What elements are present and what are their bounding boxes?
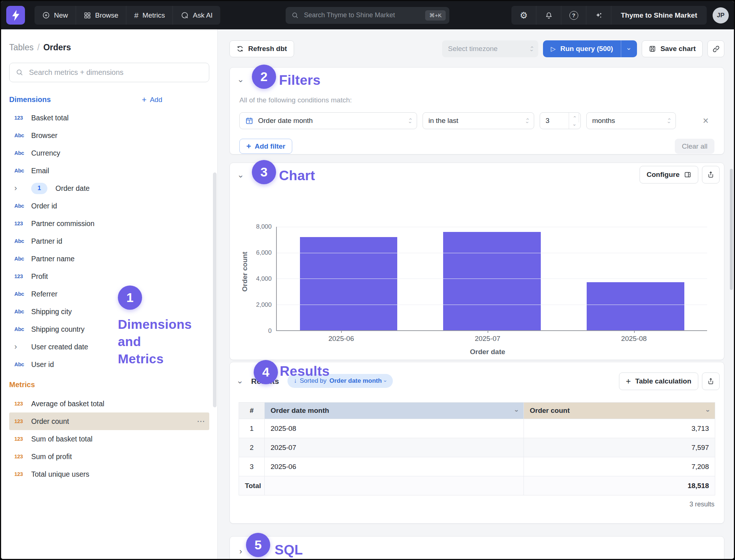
help-button[interactable]: ? (561, 6, 586, 25)
fields-search-input[interactable] (28, 68, 203, 77)
bar-2025-06[interactable] (300, 237, 398, 330)
cell-metric[interactable]: 7,597 (524, 438, 715, 457)
annotation-5-circle: 5 (246, 533, 270, 557)
bar-2025-07[interactable] (443, 232, 541, 330)
metrics-title: Metrics (9, 381, 209, 389)
value-stepper[interactable]: ›› (569, 113, 580, 129)
notifications-button[interactable] (536, 6, 561, 25)
metrics-button[interactable]: # Metrics (126, 6, 173, 25)
hash-icon: # (134, 11, 138, 20)
chevron-right-icon[interactable]: › (14, 184, 31, 192)
ask-ai-button[interactable]: Ask AI (173, 6, 220, 25)
column-header-dimension[interactable]: Order date month› (265, 403, 524, 419)
bell-icon (545, 11, 553, 19)
remove-filter-button[interactable]: × (703, 116, 709, 126)
main-scrollbar[interactable] (730, 169, 733, 290)
x-axis-ticks: 2025-062025-072025-08 (268, 335, 707, 343)
annotation-5-label: SQL (275, 542, 303, 558)
user-avatar[interactable]: JP (713, 7, 729, 23)
global-search-input[interactable] (303, 11, 421, 19)
string-type-icon: Abc (14, 150, 31, 156)
column-header-metric[interactable]: Order count› (524, 403, 715, 419)
results-panel: 4 Results › Results ↓ Sorted by Order da… (229, 362, 724, 524)
add-dimension-button[interactable]: +Add (142, 96, 162, 104)
browse-button[interactable]: Browse (76, 6, 126, 25)
bar-2025-08[interactable] (587, 282, 684, 330)
field-item-browser[interactable]: AbcBrowser (9, 127, 209, 144)
share-link-button[interactable] (707, 40, 724, 57)
expand-chevron-icon[interactable]: › (239, 547, 242, 556)
field-item-partner-id[interactable]: AbcPartner id (9, 232, 209, 250)
add-filter-button[interactable]: +Add filter (239, 139, 292, 154)
column-header-index[interactable]: # (239, 403, 265, 419)
fields-search[interactable] (9, 63, 209, 82)
chevron-right-icon[interactable]: › (14, 343, 31, 351)
cell-dimension[interactable]: 2025-07 (265, 438, 524, 457)
field-item-sum-of-basket-total[interactable]: 123Sum of basket total (9, 430, 209, 448)
sidebar-scrollbar[interactable] (213, 172, 217, 407)
configure-button[interactable]: Configure (640, 166, 698, 183)
org-name[interactable]: Thyme to Shine Market (611, 6, 707, 25)
filter-field-select[interactable]: 1 Order date month ›› (239, 112, 417, 129)
refresh-dbt-button[interactable]: Refresh dbt (229, 40, 294, 57)
cell-dimension[interactable]: 2025-08 (265, 419, 524, 438)
cell-metric[interactable]: 7,208 (524, 457, 715, 476)
field-label: Browser (31, 131, 58, 140)
chart-panel: › 3 Chart Configure (229, 163, 724, 360)
table-row-2: 22025-077,597 (239, 438, 715, 457)
number-type-icon: 123 (14, 115, 31, 121)
field-item-average-of-basket-total[interactable]: 123Average of basket total (9, 395, 209, 412)
filter-operator-select[interactable]: in the last ›› (423, 112, 534, 129)
ask-ai-label: Ask AI (193, 11, 213, 19)
filter-count-badge: 1 (31, 183, 47, 194)
filter-value-input[interactable]: 3 ›› (540, 112, 581, 129)
breadcrumb: Tables/Orders (9, 43, 209, 52)
field-item-partner-name[interactable]: AbcPartner name (9, 250, 209, 268)
field-item-total-unique-users[interactable]: 123Total unique users (9, 465, 209, 483)
collapse-chevron-icon[interactable]: › (237, 80, 245, 82)
annotation-3-label: Chart (279, 168, 315, 183)
filter-unit-select[interactable]: months ›› (586, 112, 676, 129)
field-item-email[interactable]: AbcEmail (9, 162, 209, 179)
field-item-currency[interactable]: AbcCurrency (9, 144, 209, 162)
ai-sparkles-button[interactable] (586, 6, 611, 25)
field-label: Average of basket total (31, 400, 104, 408)
field-item-partner-commission[interactable]: 123Partner commission (9, 215, 209, 232)
field-item-order-id[interactable]: AbcOrder id (9, 197, 209, 215)
y-tick-label: 2,000 (256, 301, 272, 309)
clear-all-button[interactable]: Clear all (675, 139, 714, 154)
lightning-logo[interactable] (6, 6, 25, 25)
cell-metric[interactable]: 3,713 (524, 419, 715, 438)
field-item-order-date[interactable]: ›1Order date (9, 179, 209, 197)
row-index: 2 (239, 438, 265, 457)
cell-dimension[interactable]: 2025-06 (265, 457, 524, 476)
field-item-sum-of-profit[interactable]: 123Sum of profit (9, 448, 209, 465)
run-query-caret[interactable]: › (621, 40, 637, 57)
field-item-order-count[interactable]: 123Order count⋯ (9, 412, 209, 430)
share-icon (707, 378, 714, 385)
metrics-list: 123Average of basket total123Order count… (9, 395, 209, 483)
total-label: Total (239, 476, 265, 495)
timezone-select[interactable]: Select timezone ›› (442, 40, 538, 57)
plus-icon: + (626, 377, 631, 386)
explore-main: Refresh dbt Select timezone ›› ▷ Run que… (218, 29, 734, 560)
collapse-chevron-icon[interactable]: › (235, 381, 245, 383)
new-button[interactable]: New (35, 6, 76, 25)
field-item-profit[interactable]: 123Profit (9, 268, 209, 285)
settings-button[interactable]: ⚙ (511, 6, 536, 25)
export-chart-button[interactable] (702, 166, 720, 183)
string-type-icon: Abc (14, 361, 31, 367)
global-search[interactable]: ⌘+K (286, 7, 449, 24)
field-item-basket-total[interactable]: 123Basket total (9, 109, 209, 127)
collapse-chevron-icon[interactable]: › (237, 175, 245, 178)
field-menu-icon[interactable]: ⋯ (197, 417, 206, 426)
play-icon: ▷ (551, 45, 555, 53)
breadcrumb-tables[interactable]: Tables (9, 43, 33, 52)
stepper-down-icon: › (571, 119, 579, 129)
field-label: Referrer (31, 290, 58, 298)
save-chart-button[interactable]: Save chart (642, 40, 703, 57)
table-calculation-button[interactable]: + Table calculation (619, 372, 698, 390)
run-query-button[interactable]: ▷ Run query (500) › (543, 40, 637, 57)
number-type-icon: 123 (14, 273, 31, 279)
export-results-button[interactable] (702, 372, 720, 390)
